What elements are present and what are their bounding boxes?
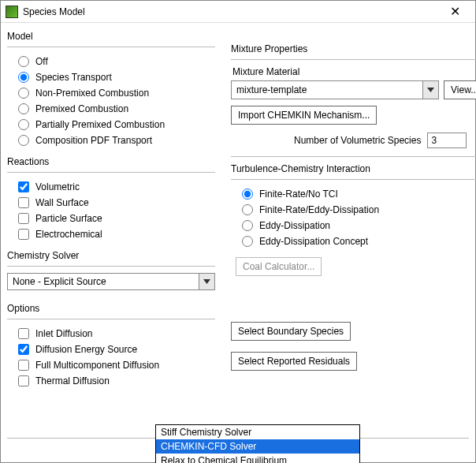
chemistry-solver-select[interactable]: None - Explicit Source	[7, 273, 215, 290]
options-thermal-diffusion-check[interactable]	[18, 375, 29, 386]
import-chemkin-button[interactable]: Import CHEMKIN Mechanism...	[231, 106, 377, 125]
reactions-electrochemical-check[interactable]	[18, 229, 29, 240]
options-inlet-diffusion-check[interactable]	[18, 328, 29, 339]
reactions-particle-surface[interactable]: Particle Surface	[7, 211, 215, 226]
import-chemkin-label: Import CHEMKIN Mechanism...	[238, 110, 370, 121]
tci-finite-eddy-label: Finite-Rate/Eddy-Dissipation	[259, 204, 379, 215]
select-boundary-species-label: Select Boundary Species	[238, 326, 344, 337]
tci-eddy-radio[interactable]	[242, 220, 253, 231]
reactions-wall-surface[interactable]: Wall Surface	[7, 195, 215, 211]
model-species-transport-label: Species Transport	[35, 72, 112, 83]
mixture-material-arrow[interactable]	[422, 81, 438, 99]
options-diffusion-energy[interactable]: Diffusion Energy Source	[7, 342, 215, 357]
model-group-title: Model	[7, 31, 215, 42]
model-non-premixed-radio[interactable]	[18, 88, 29, 99]
reactions-wall-surface-check[interactable]	[18, 197, 29, 208]
tci-finite-no-tci-radio[interactable]	[242, 189, 253, 200]
model-premixed-radio[interactable]	[18, 103, 29, 114]
coal-calculator-label: Coal Calculator...	[243, 261, 314, 272]
options-full-multi-check[interactable]	[18, 360, 29, 371]
options-group-title: Options	[7, 303, 215, 314]
options-inlet-diffusion-label: Inlet Diffusion	[35, 328, 93, 339]
app-icon	[6, 6, 18, 18]
solver-option-chemkin-label: CHEMKIN-CFD Solver	[161, 441, 256, 452]
model-non-premixed-label: Non-Premixed Combustion	[35, 88, 149, 99]
reactions-volumetric[interactable]: Volumetric	[7, 179, 215, 195]
model-partially-premixed-radio[interactable]	[18, 119, 29, 130]
reactions-wall-surface-label: Wall Surface	[35, 197, 89, 208]
select-reported-residuals-button[interactable]: Select Reported Residuals	[231, 352, 357, 371]
species-model-dialog: Species Model ✕ Model Off Species Transp…	[0, 0, 476, 463]
chemistry-solver-arrow[interactable]	[199, 274, 214, 289]
titlebar: Species Model ✕	[1, 1, 475, 23]
options-thermal-diffusion-label: Thermal Diffusion	[35, 375, 110, 386]
mixture-material-select[interactable]: mixture-template	[231, 80, 439, 99]
options-full-multi-label: Full Multicomponent Diffusion	[35, 360, 159, 371]
tci-eddy-concept-radio[interactable]	[242, 236, 253, 247]
solver-option-stiff[interactable]: Stiff Chemistry Solver	[156, 425, 359, 439]
tci-finite-eddy[interactable]: Finite-Rate/Eddy-Dissipation	[231, 202, 476, 218]
chemistry-solver-value: None - Explicit Source	[13, 276, 106, 287]
tci-eddy-label: Eddy-Dissipation	[259, 220, 330, 231]
model-composition-pdf-radio[interactable]	[18, 135, 29, 146]
options-diffusion-energy-label: Diffusion Energy Source	[35, 344, 137, 355]
tci-eddy-concept-label: Eddy-Dissipation Concept	[259, 236, 368, 247]
reactions-electrochemical[interactable]: Electrochemical	[7, 226, 215, 242]
model-composition-pdf-label: Composition PDF Transport	[35, 135, 152, 146]
model-premixed-label: Premixed Combustion	[35, 103, 128, 114]
tci-eddy-concept[interactable]: Eddy-Dissipation Concept	[231, 233, 476, 249]
model-off-label: Off	[35, 56, 48, 67]
options-full-multi[interactable]: Full Multicomponent Diffusion	[7, 357, 215, 373]
solver-option-relax-label: Relax to Chemical Equilibrium	[161, 455, 287, 463]
tci-finite-no-tci-label: Finite-Rate/No TCI	[259, 189, 338, 200]
solver-option-relax[interactable]: Relax to Chemical Equilibrium	[156, 454, 359, 463]
model-partially-premixed-label: Partially Premixed Combustion	[35, 119, 165, 130]
chemistry-solver-dropdown[interactable]: Stiff Chemistry Solver CHEMKIN-CFD Solve…	[155, 424, 360, 463]
reactions-volumetric-check[interactable]	[18, 181, 29, 192]
svg-marker-1	[427, 88, 434, 92]
chevron-down-icon	[427, 88, 434, 92]
solver-option-chemkin[interactable]: CHEMKIN-CFD Solver	[156, 439, 359, 454]
mixture-material-value: mixture-template	[236, 84, 307, 95]
svg-marker-0	[203, 279, 210, 284]
mixture-material-label: Mixture Material	[232, 66, 476, 77]
reactions-electrochemical-label: Electrochemical	[35, 229, 102, 240]
select-reported-residuals-label: Select Reported Residuals	[238, 356, 350, 367]
reactions-particle-surface-check[interactable]	[18, 213, 29, 224]
model-off[interactable]: Off	[7, 54, 215, 69]
reactions-particle-surface-label: Particle Surface	[35, 213, 102, 224]
options-thermal-diffusion[interactable]: Thermal Diffusion	[7, 373, 215, 389]
chemistry-solver-title: Chemistry Solver	[7, 250, 215, 261]
reactions-group-title: Reactions	[7, 156, 215, 167]
options-inlet-diffusion[interactable]: Inlet Diffusion	[7, 326, 215, 342]
solver-option-stiff-label: Stiff Chemistry Solver	[161, 427, 251, 438]
model-off-radio[interactable]	[18, 56, 29, 67]
model-species-transport[interactable]: Species Transport	[7, 69, 215, 85]
tci-title: Turbulence-Chemistry Interaction	[231, 163, 476, 174]
model-partially-premixed[interactable]: Partially Premixed Combustion	[7, 117, 215, 133]
view-button-label: View...	[451, 84, 476, 95]
close-button[interactable]: ✕	[439, 2, 470, 22]
tci-finite-no-tci[interactable]: Finite-Rate/No TCI	[231, 186, 476, 202]
num-species-label: Number of Volumetric Species	[294, 135, 421, 146]
select-boundary-species-button[interactable]: Select Boundary Species	[231, 322, 351, 341]
view-button[interactable]: View...	[444, 80, 476, 99]
model-non-premixed[interactable]: Non-Premixed Combustion	[7, 85, 215, 101]
model-composition-pdf[interactable]: Composition PDF Transport	[7, 133, 215, 148]
tci-eddy[interactable]: Eddy-Dissipation	[231, 218, 476, 233]
mixture-properties-title: Mixture Properties	[231, 43, 476, 54]
coal-calculator-button: Coal Calculator...	[236, 257, 322, 276]
model-premixed[interactable]: Premixed Combustion	[7, 101, 215, 117]
reactions-volumetric-label: Volumetric	[35, 181, 80, 192]
num-species-input[interactable]	[427, 133, 467, 148]
chevron-down-icon	[203, 279, 210, 284]
model-species-transport-radio[interactable]	[18, 72, 29, 83]
tci-finite-eddy-radio[interactable]	[242, 204, 253, 215]
window-title: Species Model	[23, 6, 439, 17]
options-diffusion-energy-check[interactable]	[18, 344, 29, 355]
